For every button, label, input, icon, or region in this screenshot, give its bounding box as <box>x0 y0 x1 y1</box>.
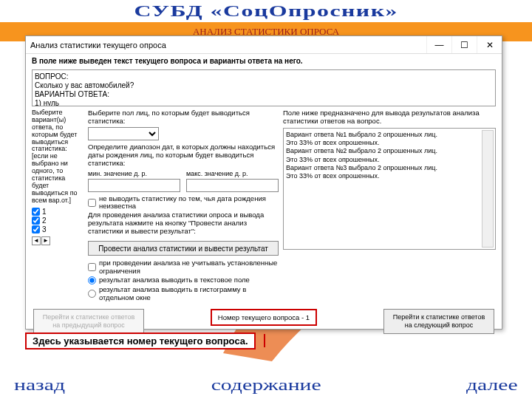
variant-label: 3 <box>42 225 47 233</box>
nav-contents-link[interactable]: содержание <box>211 375 321 395</box>
annotation-callout: Здесь указывается номер текущего вопроса… <box>25 332 256 349</box>
instruction-text: В поле ниже выведен текст текущего вопро… <box>26 54 502 68</box>
output-histo-label: результат анализа выводить в гистограмму… <box>99 286 279 301</box>
nav-back-link[interactable]: назад <box>14 375 65 395</box>
variant-label: 1 <box>42 208 47 216</box>
variant-checkbox[interactable] <box>32 208 40 216</box>
nav-next-link[interactable]: далее <box>466 375 518 395</box>
nodob-label: не выводить статистику по тем, чья дата … <box>99 195 279 211</box>
dialog-title: Анализ статистики текущего опроса <box>30 41 426 50</box>
output-text-label: результат анализа выводить в текстовое п… <box>99 276 250 284</box>
maximize-button[interactable]: ☐ <box>451 36 477 53</box>
close-button[interactable]: ✕ <box>477 36 502 53</box>
variants-label: Выберите вариант(ы) ответа, по которым б… <box>32 109 83 205</box>
next-question-button[interactable]: Перейти к статистике ответов на следующи… <box>383 309 494 334</box>
min-date-input[interactable] <box>88 179 180 192</box>
app-title: СУБД «СоцОпросник» <box>134 1 398 21</box>
prev-question-button[interactable]: Перейти к статистике ответов на предыдущ… <box>33 309 144 334</box>
max-date-input[interactable] <box>186 179 279 192</box>
question-box[interactable]: ВОПРОС: Сколько у вас автомобилей? ВАРИА… <box>32 69 496 106</box>
gender-label: Выберите пол лиц, по которым будет вывод… <box>88 109 279 126</box>
date-range-label: Определите диапозон дат, в которых должн… <box>88 143 279 168</box>
scroll-indicators[interactable]: ◄► <box>32 236 83 245</box>
run-hint: Для проведения анализа статистики опроса… <box>88 211 279 236</box>
variant-checkbox[interactable] <box>32 225 40 233</box>
analysis-dialog: Анализ статистики текущего опроса — ☐ ✕ … <box>25 35 502 330</box>
run-analysis-button[interactable]: Провести анализ статистики и вывести рез… <box>88 241 279 256</box>
output-text-radio[interactable] <box>88 276 96 284</box>
norestrict-checkbox[interactable] <box>88 263 96 271</box>
nodob-checkbox[interactable] <box>88 199 96 207</box>
min-date-caption: мин. значение д. р. <box>88 170 180 177</box>
callout-line <box>264 334 265 347</box>
results-caption: Поле ниже предназначено для вывода резул… <box>283 109 496 126</box>
results-box[interactable]: Вариант ответа №1 выбрало 2 опрошенных л… <box>283 128 496 250</box>
variant-checkbox[interactable] <box>32 216 40 225</box>
output-histo-radio[interactable] <box>88 290 96 298</box>
variants-checklist: 123 <box>32 208 83 233</box>
norestrict-label: при проведении анализа не учитывать уста… <box>99 259 279 275</box>
titlebar: Анализ статистики текущего опроса — ☐ ✕ <box>26 36 502 54</box>
current-question-indicator: Номер текущего вопроса - 1 <box>211 309 317 326</box>
variant-label: 2 <box>42 216 47 225</box>
gender-select[interactable] <box>88 127 159 140</box>
minimize-button[interactable]: — <box>426 36 451 53</box>
max-date-caption: макс. значение д. р. <box>186 170 279 177</box>
